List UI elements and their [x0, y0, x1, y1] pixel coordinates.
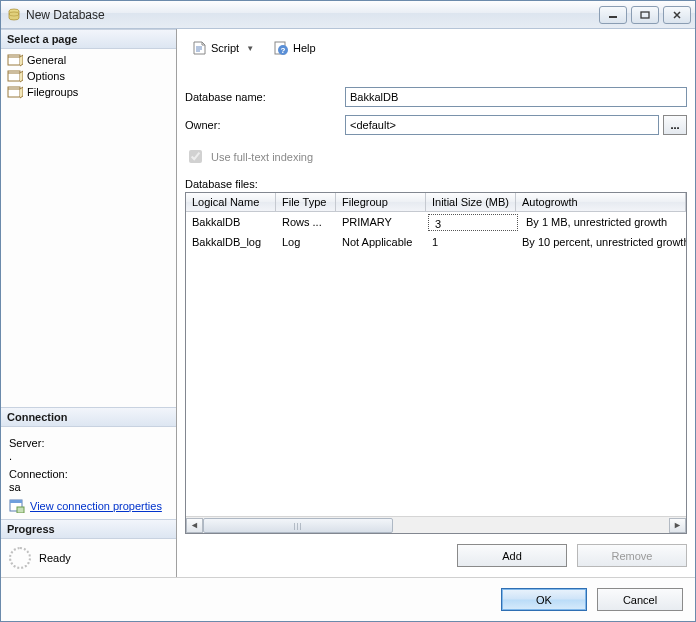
page-icon [7, 85, 23, 99]
fulltext-row: Use full-text indexing [185, 137, 687, 174]
page-icon [7, 69, 23, 83]
grid-body: BakkalDB Rows ... PRIMARY 3 By 1 MB, unr… [186, 212, 686, 516]
db-name-input[interactable] [345, 87, 687, 107]
col-logical-name[interactable]: Logical Name [186, 193, 276, 211]
connection-body: Server: . Connection: sa View connection… [1, 427, 176, 519]
page-list: General Options Filegroups [1, 49, 176, 103]
svg-rect-8 [10, 500, 22, 503]
maximize-button[interactable] [631, 6, 659, 24]
scroll-left-button[interactable]: ◄ [186, 518, 203, 533]
new-database-window: New Database Select a page General [0, 0, 696, 622]
cell-file-type[interactable]: Log [276, 234, 336, 250]
database-icon [7, 8, 21, 22]
view-connection-properties-link[interactable]: View connection properties [30, 500, 162, 512]
database-files-grid[interactable]: Logical Name File Type Filegroup Initial… [185, 192, 687, 534]
scroll-thumb[interactable]: ||| [203, 518, 393, 533]
page-icon [7, 53, 23, 67]
minimize-button[interactable] [599, 6, 627, 24]
fulltext-checkbox [189, 150, 202, 163]
scroll-track[interactable]: ||| [203, 518, 669, 533]
cell-filegroup[interactable]: PRIMARY [336, 214, 426, 230]
scroll-right-button[interactable]: ► [669, 518, 686, 533]
server-label: Server: [9, 437, 168, 449]
table-row[interactable]: BakkalDB_log Log Not Applicable 1 By 10 … [186, 232, 686, 252]
script-icon [191, 40, 207, 56]
page-item-filegroups[interactable]: Filegroups [1, 84, 176, 100]
db-name-label: Database name: [185, 91, 345, 103]
svg-rect-9 [17, 507, 24, 513]
cell-autogrowth[interactable]: By 1 MB, unrestricted growth [520, 214, 686, 230]
table-row[interactable]: BakkalDB Rows ... PRIMARY 3 By 1 MB, unr… [186, 212, 686, 232]
titlebar: New Database [1, 1, 695, 29]
fulltext-label: Use full-text indexing [211, 151, 313, 163]
help-icon: ? [273, 40, 289, 56]
cell-autogrowth[interactable]: By 10 percent, unrestricted growth [516, 234, 686, 250]
connection-label: Connection: [9, 468, 168, 480]
page-item-general[interactable]: General [1, 52, 176, 68]
cell-file-type[interactable]: Rows ... [276, 214, 336, 230]
help-label: Help [293, 42, 316, 54]
ok-button[interactable]: OK [501, 588, 587, 611]
script-button[interactable]: Script ▼ [185, 37, 263, 59]
col-filegroup[interactable]: Filegroup [336, 193, 426, 211]
cell-logical-name[interactable]: BakkalDB [186, 214, 276, 230]
page-item-label: Filegroups [27, 86, 78, 98]
script-label: Script [211, 42, 239, 54]
toolbar: Script ▼ ? Help [185, 35, 687, 67]
window-title: New Database [26, 8, 599, 22]
help-button[interactable]: ? Help [267, 37, 322, 59]
horizontal-scrollbar[interactable]: ◄ ||| ► [186, 516, 686, 533]
properties-icon [9, 499, 25, 513]
progress-header: Progress [1, 519, 176, 539]
owner-input[interactable] [345, 115, 659, 135]
sidebar: Select a page General Options [1, 29, 177, 577]
cell-initial-size[interactable]: 1 [426, 234, 516, 250]
chevron-down-icon[interactable]: ▼ [243, 44, 257, 53]
cell-filegroup[interactable]: Not Applicable [336, 234, 426, 250]
progress-status: Ready [39, 552, 71, 564]
remove-button: Remove [577, 544, 687, 567]
page-item-options[interactable]: Options [1, 68, 176, 84]
col-initial-size[interactable]: Initial Size (MB) [426, 193, 516, 211]
svg-rect-2 [609, 16, 617, 18]
close-button[interactable] [663, 6, 691, 24]
select-page-header: Select a page [1, 29, 176, 49]
main-panel: Script ▼ ? Help Database name: Owner: .. [177, 29, 695, 577]
connection-header: Connection [1, 407, 176, 427]
add-button[interactable]: Add [457, 544, 567, 567]
svg-rect-3 [641, 12, 649, 18]
database-files-label: Database files: [185, 174, 687, 192]
grid-header: Logical Name File Type Filegroup Initial… [186, 193, 686, 212]
spinner-icon [9, 547, 31, 569]
cell-initial-size[interactable]: 3 [428, 214, 518, 231]
owner-label: Owner: [185, 119, 345, 131]
cell-logical-name[interactable]: BakkalDB_log [186, 234, 276, 250]
progress-body: Ready [1, 539, 176, 577]
connection-value: sa [9, 481, 168, 493]
svg-text:?: ? [281, 46, 286, 55]
col-autogrowth[interactable]: Autogrowth [516, 193, 686, 211]
col-file-type[interactable]: File Type [276, 193, 336, 211]
cancel-button[interactable]: Cancel [597, 588, 683, 611]
page-item-label: General [27, 54, 66, 66]
dialog-footer: OK Cancel [1, 577, 695, 621]
page-item-label: Options [27, 70, 65, 82]
owner-browse-button[interactable]: ... [663, 115, 687, 135]
server-value: . [9, 450, 168, 462]
